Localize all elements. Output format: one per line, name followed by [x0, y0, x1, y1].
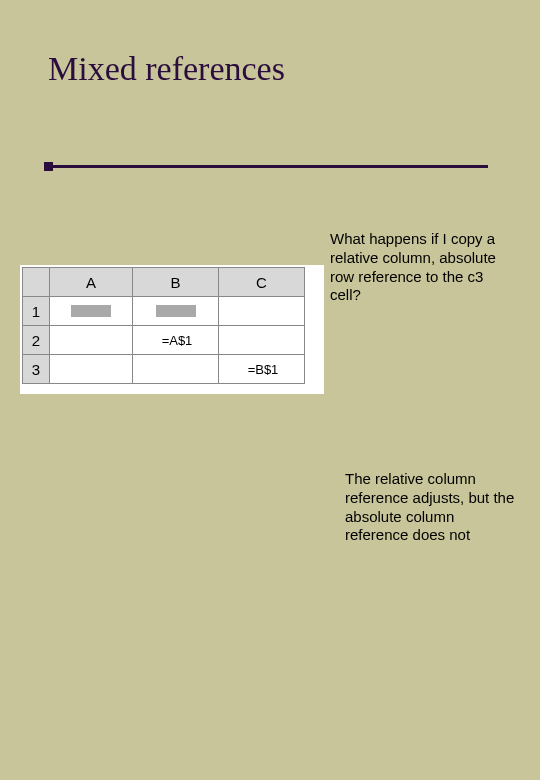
- cell-c1: [219, 297, 305, 326]
- value-placeholder: [71, 305, 111, 317]
- table-row: 3 =B$1: [23, 355, 305, 384]
- table-row: 1: [23, 297, 305, 326]
- slide: Mixed references A B C 1: [0, 0, 540, 780]
- cell-a3: [50, 355, 133, 384]
- title-rule: [48, 165, 488, 168]
- col-header-c: C: [219, 268, 305, 297]
- cell-c2: [219, 326, 305, 355]
- spreadsheet-table: A B C 1 2 =A$1 3: [22, 267, 305, 384]
- rule-bullet-icon: [44, 162, 53, 171]
- cell-b1: [133, 297, 219, 326]
- col-header-a: A: [50, 268, 133, 297]
- table-corner: [23, 268, 50, 297]
- col-header-b: B: [133, 268, 219, 297]
- row-header-3: 3: [23, 355, 50, 384]
- cell-a2: [50, 326, 133, 355]
- cell-b3: [133, 355, 219, 384]
- question-text: What happens if I copy a relative column…: [330, 230, 510, 305]
- row-header-2: 2: [23, 326, 50, 355]
- table-row: 2 =A$1: [23, 326, 305, 355]
- value-placeholder: [156, 305, 196, 317]
- cell-b2: =A$1: [133, 326, 219, 355]
- slide-title: Mixed references: [48, 50, 520, 88]
- slide-inner: Mixed references A B C 1: [20, 20, 520, 760]
- cell-c3: =B$1: [219, 355, 305, 384]
- rule-shadow: [420, 168, 490, 174]
- cell-a1: [50, 297, 133, 326]
- spreadsheet: A B C 1 2 =A$1 3: [20, 265, 324, 394]
- row-header-1: 1: [23, 297, 50, 326]
- answer-text: The relative column reference adjusts, b…: [345, 470, 520, 545]
